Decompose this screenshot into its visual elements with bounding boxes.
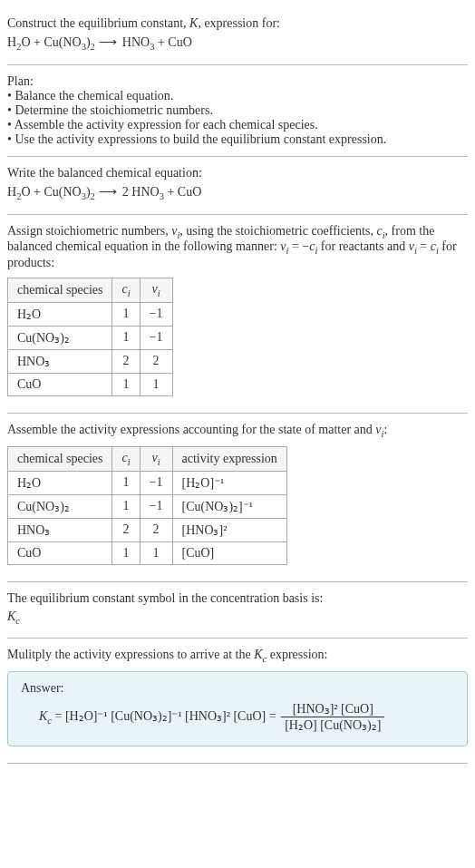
multiply-line: Mulitply the activity expressions to arr… (7, 648, 468, 664)
table-row: CuO11 (8, 373, 173, 395)
table-row: HNO₃22[HNO₃]² (8, 518, 287, 541)
beq-cu: Cu(NO (44, 185, 81, 199)
cell-species: Cu(NO₃)₂ (8, 494, 112, 518)
beq-plus2: + (164, 185, 178, 199)
fraction-denominator: [H₂O] [Cu(NO₃)₂] (281, 717, 384, 733)
answer-section: Mulitply the activity expressions to arr… (7, 639, 468, 764)
cell-species: HNO₃ (8, 518, 112, 541)
th-nui: νi (140, 446, 172, 471)
th-ci: ci (112, 446, 140, 471)
balanced-equation: H2O + Cu(NO3)2 ⟶ 2 HNO3 + CuO (7, 184, 468, 201)
cell-ci: 2 (112, 518, 140, 541)
act-colon: : (383, 423, 387, 436)
cell-nui: −1 (140, 302, 172, 326)
stoich-table: chemical species ci νi H₂O1−1 Cu(NO₃)₂1−… (7, 278, 173, 396)
plan-item-4: • Use the activity expressions to build … (7, 132, 468, 147)
title-prefix: Construct the equilibrium constant, (7, 16, 189, 30)
plan-item-1: • Balance the chemical equation. (7, 89, 468, 103)
cell-ci: 1 (112, 471, 140, 494)
cell-ci: 1 (112, 373, 140, 395)
mult-K: K (254, 648, 262, 661)
cell-nui: −1 (140, 471, 172, 494)
stoich-eq2: = (417, 239, 431, 253)
cell-nui: −1 (140, 326, 172, 349)
beq-hno: HNO (131, 185, 159, 199)
den2: [Cu(NO₃)₂] (320, 718, 381, 732)
activity-table: chemical species ci νi activity expressi… (7, 446, 287, 565)
beq-coef2: 2 (122, 185, 132, 199)
title-suffix: , expression for: (198, 16, 280, 30)
eq-o: O (21, 35, 30, 49)
stoich-section: Assign stoichiometric numbers, νi, using… (7, 215, 468, 414)
answer-equation: Kc = [H₂O]⁻¹ [Cu(NO₃)₂]⁻¹ [HNO₃]² [CuO] … (21, 701, 454, 733)
answer-fraction: [HNO₃]² [CuO] [H₂O] [Cu(NO₃)₂] (281, 701, 384, 733)
cell-species: CuO (8, 373, 112, 395)
fraction-numerator: [HNO₃]² [CuO] (281, 701, 384, 717)
ans-eq2: = (266, 709, 279, 723)
th-ci: ci (112, 278, 140, 303)
cell-activity: [CuO] (172, 541, 286, 564)
eq-hno: HNO (122, 35, 150, 49)
table-row: CuO11[CuO] (8, 541, 287, 564)
cell-species: Cu(NO₃)₂ (8, 326, 112, 349)
act-t1: Assemble the activity expressions accoun… (7, 423, 375, 436)
answer-box: Answer: Kc = [H₂O]⁻¹ [Cu(NO₃)₂]⁻¹ [HNO₃]… (7, 671, 468, 746)
eq-h: H (7, 35, 16, 49)
cell-nui: 1 (140, 373, 172, 395)
ans-eq: = (52, 709, 65, 723)
eq-cuo: CuO (168, 35, 191, 49)
table-row: H₂O1−1 (8, 302, 173, 326)
stoich-t2: , using the stoichiometric coefficients, (179, 224, 376, 238)
th-species: chemical species (8, 446, 112, 471)
beq-o: O (21, 185, 30, 199)
problem-title: Construct the equilibrium constant, K, e… (7, 16, 468, 31)
eq-arrow: ⟶ (95, 35, 122, 49)
cell-ci: 1 (112, 326, 140, 349)
cell-species: CuO (8, 541, 112, 564)
ans-t3: [HNO₃]² (185, 709, 230, 723)
plan-section: Plan: • Balance the chemical equation. •… (7, 65, 468, 157)
th-activity: activity expression (172, 446, 286, 471)
cell-activity: [Cu(NO₃)₂]⁻¹ (172, 494, 286, 518)
answer-label: Answer: (21, 681, 454, 696)
cell-nui: 1 (140, 541, 172, 564)
beq-cuo: CuO (178, 185, 201, 199)
eq-plus2: + (154, 35, 168, 49)
plan-title: Plan: (7, 74, 468, 89)
th-ci-i: i (128, 288, 131, 298)
mult-prefix: Mulitply the activity expressions to arr… (7, 648, 254, 661)
balanced-section: Write the balanced chemical equation: H2… (7, 157, 468, 215)
ans-t4: [CuO] (233, 709, 266, 723)
table-row: Cu(NO₃)₂1−1 (8, 326, 173, 349)
cell-species: H₂O (8, 471, 112, 494)
activity-intro: Assemble the activity expressions accoun… (7, 423, 468, 439)
plan-item-2: • Determine the stoichiometric numbers. (7, 103, 468, 118)
cell-nui: 2 (140, 349, 172, 373)
eq-cu: Cu(NO (44, 35, 81, 49)
kc-symbol-section: The equilibrium constant symbol in the c… (7, 582, 468, 639)
beq-plus1: + (31, 185, 44, 199)
kc-symbol-line1: The equilibrium constant symbol in the c… (7, 591, 468, 606)
table-row: HNO₃22 (8, 349, 173, 373)
beq-arrow: ⟶ (95, 185, 122, 199)
th-nui-i: i (158, 457, 160, 467)
th-nui: νi (140, 278, 172, 303)
cell-ci: 2 (112, 349, 140, 373)
ans-t1: [H₂O]⁻¹ (65, 709, 108, 723)
title-K: K (189, 16, 198, 30)
stoich-intro: Assign stoichiometric numbers, νi, using… (7, 224, 468, 271)
beq-h: H (7, 185, 16, 199)
ans-t2: [Cu(NO₃)₂]⁻¹ (111, 709, 181, 723)
unbalanced-equation: H2O + Cu(NO3)2 ⟶ HNO3 + CuO (7, 34, 468, 52)
table-header-row: chemical species ci νi (8, 278, 173, 303)
table-row: H₂O1−1[H₂O]⁻¹ (8, 471, 287, 494)
cell-activity: [H₂O]⁻¹ (172, 471, 286, 494)
cell-species: H₂O (8, 302, 112, 326)
kc-symbol-value: Kc (7, 610, 468, 626)
table-row: Cu(NO₃)₂1−1[Cu(NO₃)₂]⁻¹ (8, 494, 287, 518)
th-species: chemical species (8, 278, 112, 303)
cell-ci: 1 (112, 541, 140, 564)
kc-K: K (7, 610, 15, 623)
num1: [HNO₃]² (293, 702, 338, 716)
problem-header: Construct the equilibrium constant, K, e… (7, 7, 468, 65)
